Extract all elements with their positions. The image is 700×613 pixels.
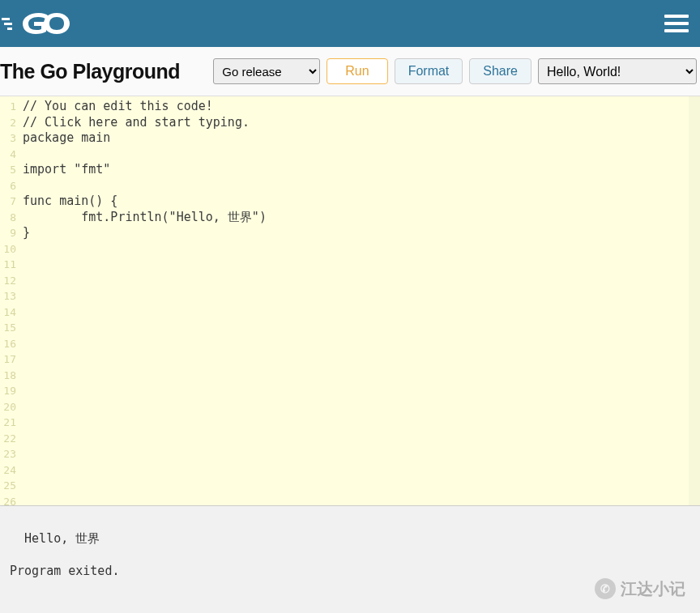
share-button[interactable]: Share xyxy=(469,58,531,84)
code-line[interactable] xyxy=(23,273,700,289)
page-title: The Go Playground xyxy=(0,60,180,83)
line-number: 14 xyxy=(0,304,16,321)
svg-rect-2 xyxy=(7,28,12,30)
release-select[interactable]: Go release xyxy=(213,58,320,84)
code-line[interactable] xyxy=(23,336,700,352)
line-number: 3 xyxy=(0,130,16,147)
scrollbar[interactable] xyxy=(689,96,700,505)
line-number: 5 xyxy=(0,162,16,178)
svg-rect-0 xyxy=(2,18,10,20)
code-line[interactable] xyxy=(23,415,700,431)
run-button[interactable]: Run xyxy=(327,58,387,84)
wechat-icon: ✆ xyxy=(595,578,616,599)
line-number: 7 xyxy=(0,194,16,210)
svg-rect-1 xyxy=(4,23,12,25)
line-number: 8 xyxy=(0,210,16,226)
toolbar: The Go Playground Go release Run Format … xyxy=(0,47,700,96)
code-line[interactable] xyxy=(23,178,700,194)
line-number: 19 xyxy=(0,383,16,399)
code-line[interactable]: func main() { xyxy=(23,194,700,210)
format-button[interactable]: Format xyxy=(395,58,463,84)
output-panel: Hello, 世界 Program exited. ✆ 江达小记 xyxy=(0,505,700,613)
code-line[interactable] xyxy=(23,494,700,506)
code-line[interactable] xyxy=(23,368,700,384)
code-line[interactable] xyxy=(23,446,700,462)
line-number: 18 xyxy=(0,368,16,384)
line-number: 24 xyxy=(0,462,16,479)
code-line[interactable]: } xyxy=(23,225,700,241)
code-line[interactable] xyxy=(23,320,700,336)
line-number: 25 xyxy=(0,478,16,494)
line-number: 22 xyxy=(0,431,16,447)
code-line[interactable] xyxy=(23,288,700,304)
line-number: 26 xyxy=(0,494,16,506)
code-line[interactable] xyxy=(23,462,700,479)
go-logo[interactable] xyxy=(2,10,71,37)
line-number: 1 xyxy=(0,99,16,115)
line-number: 9 xyxy=(0,225,16,241)
line-number: 16 xyxy=(0,336,16,352)
code-line[interactable] xyxy=(23,431,700,447)
code-line[interactable]: fmt.Println("Hello, 世界") xyxy=(23,210,700,226)
code-line[interactable]: // Click here and start typing. xyxy=(23,115,700,131)
code-line[interactable]: import "fmt" xyxy=(23,162,700,178)
code-line[interactable] xyxy=(23,257,700,273)
line-number: 6 xyxy=(0,178,16,194)
watermark-text: 江达小记 xyxy=(621,581,685,597)
line-gutter: 1234567891011121314151617181920212223242… xyxy=(0,96,18,505)
line-number: 11 xyxy=(0,257,16,273)
code-editor[interactable]: 1234567891011121314151617181920212223242… xyxy=(0,96,700,505)
code-line[interactable] xyxy=(23,399,700,415)
line-number: 15 xyxy=(0,320,16,336)
line-number: 4 xyxy=(0,147,16,163)
code-line[interactable]: package main xyxy=(23,130,700,147)
code-area[interactable]: // You can edit this code!// Click here … xyxy=(18,96,700,505)
code-line[interactable] xyxy=(23,147,700,163)
line-number: 20 xyxy=(0,399,16,415)
menu-icon[interactable] xyxy=(664,15,689,32)
code-line[interactable] xyxy=(23,478,700,494)
output-text: Hello, 世界 Program exited. xyxy=(10,531,119,578)
top-nav xyxy=(0,0,700,47)
code-line[interactable] xyxy=(23,241,700,258)
line-number: 10 xyxy=(0,241,16,258)
code-line[interactable] xyxy=(23,304,700,321)
code-line[interactable]: // You can edit this code! xyxy=(23,99,700,115)
line-number: 23 xyxy=(0,446,16,462)
code-line[interactable] xyxy=(23,383,700,399)
line-number: 17 xyxy=(0,351,16,368)
watermark: ✆ 江达小记 xyxy=(595,578,685,599)
line-number: 13 xyxy=(0,288,16,304)
line-number: 12 xyxy=(0,273,16,289)
line-number: 2 xyxy=(0,115,16,131)
line-number: 21 xyxy=(0,415,16,431)
example-select[interactable]: Hello, World! xyxy=(538,58,697,84)
code-line[interactable] xyxy=(23,351,700,368)
